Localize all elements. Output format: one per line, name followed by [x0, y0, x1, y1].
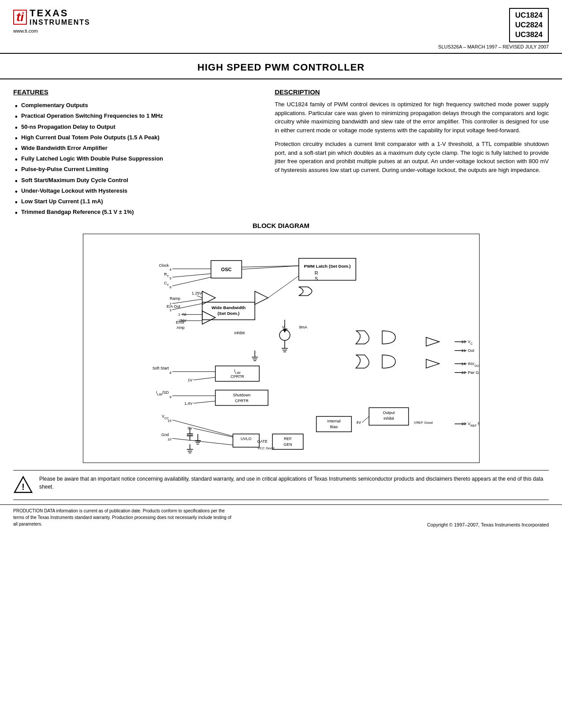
svg-text:!: !: [22, 482, 25, 492]
company-name-line2: INSTRUMENTS: [30, 19, 90, 26]
svg-line-59: [193, 377, 215, 380]
svg-text:3: 3: [169, 309, 171, 313]
feature-item-1: Complementary Outputs: [13, 100, 261, 111]
feature-item-10: Low Start Up Current (1.1 mA): [13, 196, 261, 207]
footer-right-text: Copyright © 1997–2007, Texas Instruments…: [427, 522, 549, 527]
svg-line-124: [268, 276, 299, 298]
svg-rect-2: [298, 258, 355, 280]
header: ti TEXAS INSTRUMENTS www.ti.com UC1824 U…: [0, 0, 562, 54]
svg-text:CPRTR: CPRTR: [235, 399, 249, 403]
svg-marker-111: [426, 337, 439, 346]
description-para1: The UC1824 family of PWM control devices…: [275, 100, 549, 134]
svg-text:VREF Good: VREF Good: [413, 421, 432, 425]
company-url: www.ti.com: [13, 28, 38, 34]
doc-reference: SLUS326A – MARCH 1997 – REVISED JULY 200…: [438, 44, 549, 49]
description-title: DESCRIPTION: [275, 88, 549, 96]
svg-text:Out: Out: [468, 348, 474, 353]
warning-icon: !: [13, 475, 33, 495]
svg-line-48: [172, 274, 211, 277]
svg-line-84: [193, 429, 233, 437]
part-number-box: UC1824 UC2824 UC3824: [509, 8, 549, 42]
svg-text:GEN: GEN: [283, 442, 292, 447]
page-title: HIGH SPEED PWM CONTROLLER: [0, 54, 562, 79]
svg-text:E/A Out: E/A Out: [167, 305, 180, 309]
svg-text:Wide Bandwidth: Wide Bandwidth: [211, 306, 245, 310]
svg-text:Shutdown: Shutdown: [233, 393, 250, 397]
svg-text:GATE: GATE: [257, 440, 268, 444]
footer-left-text: PRODUCTION DATA information is current a…: [13, 508, 234, 527]
part-number-1: UC1824: [515, 11, 543, 20]
svg-text:OSC: OSC: [221, 267, 231, 272]
svg-text:Soft Start: Soft Start: [152, 366, 169, 370]
ti-logo-symbol: ti: [13, 10, 27, 25]
svg-text:8: 8: [169, 371, 171, 375]
svg-text:1.4V: 1.4V: [184, 401, 192, 406]
svg-text:REF: REF: [283, 437, 291, 441]
description-para2: Protection circuitry includes a current …: [275, 140, 549, 174]
feature-item-2: Practical Operation Switching Frequencie…: [13, 111, 261, 121]
svg-text:2: 2: [178, 313, 180, 317]
svg-text:Ramp: Ramp: [169, 297, 180, 301]
svg-text:ILIM/SD: ILIM/SD: [156, 390, 169, 396]
svg-text:Inhibit: Inhibit: [383, 417, 394, 421]
svg-text:VC: VC: [468, 340, 473, 345]
block-diagram-section: BLOCK DIAGRAM OSC PWM Latch (Set Dom.) R…: [0, 217, 562, 463]
svg-marker-29: [202, 311, 215, 325]
svg-text:Output: Output: [383, 411, 395, 415]
svg-text:Bias: Bias: [330, 425, 338, 429]
svg-text:S: S: [315, 276, 318, 281]
svg-text:CPRTR: CPRTR: [231, 374, 244, 379]
svg-line-90: [362, 417, 369, 423]
svg-text:Gnd: Gnd: [161, 433, 169, 437]
feature-item-5: Wide Bandwidth Error Amplifier: [13, 143, 261, 153]
svg-text:UVLO: UVLO: [241, 437, 251, 441]
svg-text:VREF 5.1V: VREF 5.1V: [468, 422, 479, 428]
svg-text:6: 6: [169, 285, 171, 289]
main-content: FEATURES Complementary Outputs Practical…: [0, 79, 562, 217]
notice-section: ! Please be aware that an important noti…: [13, 470, 549, 500]
feature-item-3: 50-ns Propagation Delay to Output: [13, 122, 261, 132]
svg-text:(Set Dom.): (Set Dom.): [217, 311, 239, 316]
svg-text:4V: 4V: [356, 421, 361, 425]
svg-text:15: 15: [167, 419, 171, 423]
svg-text:1.25V: 1.25V: [192, 291, 202, 296]
svg-text:VCC Good: VCC Good: [257, 446, 274, 450]
part-number-2: UC2824: [515, 20, 543, 30]
part-number-3: UC3824: [515, 30, 543, 40]
notice-text: Please be aware that an important notice…: [39, 475, 549, 491]
feature-item-4: High Current Dual Totem Pole Outputs (1.…: [13, 132, 261, 143]
svg-text:1: 1: [178, 319, 180, 323]
block-diagram-title: BLOCK DIAGRAM: [13, 222, 549, 229]
feature-item-8: Soft Start/Maximum Duty Cycle Control: [13, 175, 261, 186]
svg-text:Amp: Amp: [176, 326, 184, 330]
svg-text:Inhibit: Inhibit: [234, 331, 245, 335]
svg-marker-10: [255, 291, 268, 305]
svg-line-51: [172, 277, 211, 286]
svg-marker-112: [426, 359, 439, 368]
features-section: FEATURES Complementary Outputs Practical…: [13, 88, 270, 217]
svg-text:5: 5: [169, 276, 171, 280]
svg-line-82: [172, 420, 232, 437]
svg-text:RT: RT: [164, 272, 169, 278]
feature-item-9: Under-Voltage Lockout with Hysteresis: [13, 186, 261, 196]
svg-text:9: 9: [169, 395, 171, 399]
logo-area: ti TEXAS INSTRUMENTS www.ti.com: [13, 8, 90, 34]
svg-text:Pwr Gnd: Pwr Gnd: [468, 370, 479, 375]
feature-item-7: Pulse-by-Pulse Current Limiting: [13, 164, 261, 175]
svg-text:1V: 1V: [187, 378, 192, 382]
svg-text:10: 10: [167, 438, 171, 442]
svg-line-87: [172, 439, 232, 445]
svg-line-67: [193, 401, 215, 403]
features-title: FEATURES: [13, 88, 261, 96]
svg-point-34: [279, 330, 290, 341]
svg-text:Clock: Clock: [159, 263, 169, 268]
feature-item-6: Fully Latched Logic With Double Pulse Su…: [13, 153, 261, 164]
svg-text:INVOUT: INVOUT: [468, 362, 479, 367]
svg-text:R: R: [314, 270, 318, 276]
part-numbers-area: UC1824 UC2824 UC3824 SLUS326A – MARCH 19…: [438, 8, 549, 49]
company-name-line1: TEXAS: [30, 8, 90, 19]
block-diagram: OSC PWM Latch (Set Dom.) R S Wide Bandwi…: [83, 234, 480, 463]
svg-text:PWM Latch (Set Dom.): PWM Latch (Set Dom.): [304, 264, 350, 269]
svg-line-14: [197, 296, 202, 298]
svg-text:Internal: Internal: [327, 419, 340, 424]
